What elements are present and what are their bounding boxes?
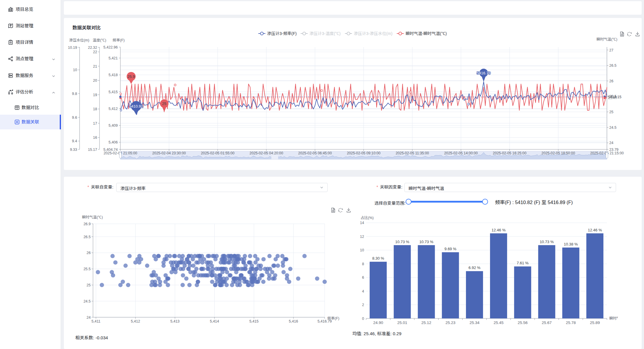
svg-text:16: 16 — [93, 136, 97, 140]
svg-text:2025-02-05 14:00:00: 2025-02-05 14:00:00 — [444, 151, 478, 155]
svg-text:5414.15: 5414.15 — [608, 95, 621, 99]
svg-text:25.56: 25.56 — [518, 320, 528, 325]
svg-text:2025-02-05 18:50:00: 2025-02-05 18:50:00 — [542, 151, 575, 155]
svg-text:24: 24 — [87, 315, 91, 320]
svg-text:渗压计3-温度(℃): 渗压计3-温度(℃) — [310, 31, 341, 36]
svg-text:26.9: 26.9 — [84, 222, 91, 226]
svg-text:14: 14 — [360, 221, 364, 225]
svg-text:25.9: 25.9 — [127, 74, 135, 79]
svg-text:26.5: 26.5 — [84, 235, 91, 239]
svg-text:7.61 %: 7.61 % — [517, 261, 529, 265]
svg-text:瞬时气温(℃): 瞬时气温(℃) — [82, 215, 103, 219]
svg-text:17: 17 — [93, 121, 97, 126]
svg-text:25.78: 25.78 — [566, 320, 576, 325]
svg-text:25.34: 25.34 — [469, 320, 479, 325]
svg-text:2025-02-05 09:10:00: 2025-02-05 09:10:00 — [347, 151, 380, 155]
svg-text:9.8: 9.8 — [72, 92, 77, 96]
svg-text:瞬时气温(℃): 瞬时气温(℃) — [609, 316, 630, 320]
svg-text:5,413: 5,413 — [170, 319, 180, 323]
svg-text:27: 27 — [609, 48, 613, 52]
svg-text:18: 18 — [93, 107, 97, 111]
svg-text:5,411: 5,411 — [92, 319, 100, 323]
svg-text:25.23: 25.23 — [445, 320, 455, 325]
svg-text:相关系数: -0.034: 相关系数: -0.034 — [75, 335, 108, 340]
svg-text:25.12: 25.12 — [421, 320, 431, 325]
svg-text:5,415: 5,415 — [109, 90, 118, 94]
svg-text:5,414: 5,414 — [210, 319, 219, 323]
svg-text:12: 12 — [360, 235, 364, 239]
svg-text:26.5: 26.5 — [609, 64, 616, 68]
svg-text:10: 10 — [360, 248, 364, 252]
svg-text:15.17: 15.17 — [88, 148, 97, 152]
svg-text:频率(F): 频率(F) — [113, 38, 125, 42]
svg-text:渗压计3-渗压水位(m): 渗压计3-渗压水位(m) — [354, 31, 392, 36]
svg-text:6.92 %: 6.92 % — [469, 265, 481, 270]
svg-text:25: 25 — [609, 110, 613, 114]
svg-text:24: 24 — [609, 141, 613, 145]
svg-text:25.01: 25.01 — [397, 320, 407, 325]
svg-text:2025-02-04 23:30:00: 2025-02-04 23:30:00 — [152, 151, 186, 155]
svg-text:25.45: 25.45 — [494, 320, 504, 325]
svg-text:5410.92: 5410.92 — [129, 104, 143, 108]
svg-text:10.73 %: 10.73 % — [419, 240, 434, 244]
svg-text:2025-02-05 16:25:00: 2025-02-05 16:25:00 — [493, 151, 526, 155]
svg-text:22: 22 — [93, 50, 97, 54]
svg-text:5,412: 5,412 — [109, 107, 118, 111]
svg-text:0: 0 — [362, 317, 364, 321]
svg-text:26: 26 — [609, 79, 613, 83]
svg-text:5,415: 5,415 — [249, 319, 258, 323]
svg-text:24.90: 24.90 — [373, 320, 383, 325]
svg-text:9.69 %: 9.69 % — [444, 247, 457, 251]
svg-text:频率(F): 频率(F) — [327, 316, 339, 320]
svg-text:2025-02-05 11:35:00: 2025-02-05 11:35:00 — [396, 151, 429, 155]
svg-text:12.46 %: 12.46 % — [588, 228, 602, 232]
svg-text:10.73 %: 10.73 % — [540, 240, 554, 244]
svg-text:2: 2 — [362, 303, 364, 307]
svg-text:10.19: 10.19 — [68, 46, 77, 50]
svg-text:占比(%): 占比(%) — [361, 216, 374, 220]
svg-text:9.33: 9.33 — [70, 148, 77, 152]
svg-text:瞬时气温(℃): 瞬时气温(℃) — [597, 37, 618, 41]
svg-text:25: 25 — [162, 101, 166, 106]
svg-text:均值: 25.46, 标准差: 0.29: 均值: 25.46, 标准差: 0.29 — [352, 331, 401, 336]
svg-text:20: 20 — [93, 79, 97, 83]
svg-text:12.46 %: 12.46 % — [492, 228, 506, 232]
svg-text:24.5: 24.5 — [609, 126, 616, 130]
svg-text:8.30 %: 8.30 % — [372, 256, 384, 261]
svg-text:数据关联对比: 数据关联对比 — [72, 25, 101, 30]
svg-text:5,406: 5,406 — [109, 140, 118, 144]
svg-text:25.89: 25.89 — [590, 320, 600, 325]
svg-text:25.67: 25.67 — [542, 320, 552, 325]
svg-text:5,421: 5,421 — [109, 56, 118, 60]
svg-text:10.38 %: 10.38 % — [564, 242, 578, 246]
svg-text:8: 8 — [362, 262, 364, 266]
svg-text:5,422.96: 5,422.96 — [103, 45, 118, 49]
svg-text:25: 25 — [87, 283, 91, 287]
svg-text:26: 26 — [87, 251, 91, 255]
svg-text:24.5: 24.5 — [84, 299, 91, 303]
svg-text:9.6: 9.6 — [72, 116, 77, 120]
svg-text:瞬时气温-瞬时气温(℃): 瞬时气温-瞬时气温(℃) — [406, 31, 447, 36]
svg-text:10: 10 — [73, 68, 77, 72]
svg-text:5,412: 5,412 — [131, 319, 140, 323]
svg-text:渗压水位(m): 渗压水位(m) — [69, 38, 89, 42]
svg-text:6: 6 — [362, 275, 364, 280]
svg-text:5,409: 5,409 — [109, 123, 118, 128]
svg-text:渗压计3-频率(F): 渗压计3-频率(F) — [267, 31, 297, 36]
svg-text:5416.79: 5416.79 — [477, 71, 491, 75]
svg-text:10.73 %: 10.73 % — [395, 240, 409, 244]
svg-text:5,416: 5,416 — [289, 319, 298, 323]
svg-text:2025-02-05 06:45:00: 2025-02-05 06:45:00 — [298, 151, 332, 155]
svg-text:温度(℃): 温度(℃) — [93, 38, 106, 42]
svg-text:4: 4 — [362, 289, 364, 293]
svg-text:9.4: 9.4 — [72, 139, 77, 143]
svg-text:25.5: 25.5 — [84, 267, 91, 271]
svg-text:21: 21 — [93, 64, 97, 69]
svg-text:2025-02-05 01:55:00: 2025-02-05 01:55:00 — [201, 151, 235, 155]
svg-text:19: 19 — [93, 93, 97, 97]
svg-text:2025-02-05 04:20:00: 2025-02-05 04:20:00 — [250, 151, 283, 155]
svg-text:5,418: 5,418 — [109, 73, 118, 77]
svg-text:22.32: 22.32 — [88, 46, 97, 50]
